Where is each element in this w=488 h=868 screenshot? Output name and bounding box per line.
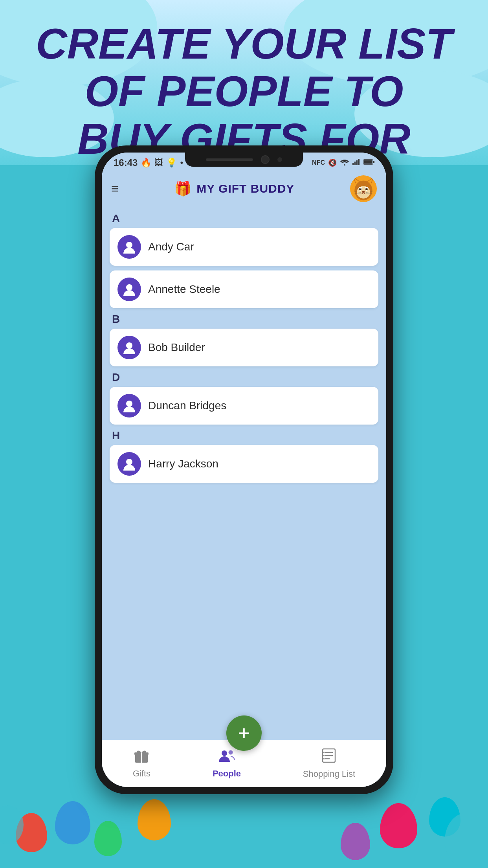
balloon: [94, 821, 122, 856]
people-nav-icon: [218, 748, 235, 766]
person-avatar: [117, 235, 141, 259]
section-letter-d: D: [112, 371, 378, 384]
phone-frame: 16:43 🔥 🖼 💡 • NFC 🔇: [95, 145, 393, 794]
section-letter-h: H: [112, 429, 378, 442]
balloon: [380, 803, 417, 848]
status-time: 16:43: [114, 157, 138, 168]
person-name: Harry Jackson: [148, 458, 218, 470]
svg-point-19: [367, 188, 367, 189]
svg-point-0: [344, 164, 345, 166]
balloon: [0, 805, 24, 844]
shopping-list-nav-label: Shopping List: [303, 769, 355, 779]
person-name: Annette Steele: [148, 283, 220, 296]
people-list: A Andy Car: [102, 204, 386, 740]
svg-point-27: [126, 342, 132, 349]
notch-bar: [206, 158, 253, 161]
status-wifi-icon: [340, 158, 349, 167]
balloon: [16, 813, 47, 852]
svg-point-17: [365, 188, 368, 190]
nav-item-shopping-list[interactable]: Shopping List: [291, 744, 367, 783]
person-card-harry-jackson[interactable]: Harry Jackson: [110, 445, 378, 483]
person-card-bob-builder[interactable]: Bob Builder: [110, 329, 378, 366]
person-name: Andy Car: [148, 241, 194, 253]
svg-rect-3: [356, 160, 358, 165]
person-avatar: [117, 278, 141, 301]
status-right: NFC 🔇: [312, 158, 374, 167]
section-letter-b: B: [112, 313, 378, 326]
phone-screen: 16:43 🔥 🖼 💡 • NFC 🔇: [102, 153, 386, 787]
svg-rect-1: [352, 163, 354, 165]
svg-rect-2: [354, 162, 356, 165]
person-name: Duncan Bridges: [148, 399, 226, 412]
svg-point-18: [360, 188, 361, 189]
status-left: 16:43 🔥 🖼 💡 •: [114, 157, 183, 168]
svg-point-20: [362, 191, 365, 193]
svg-point-28: [126, 401, 132, 407]
notch-sensor: [277, 157, 282, 162]
hero-title: CREATE YOUR LIST OF PEOPLE TO BUY GIFTS …: [8, 20, 480, 162]
svg-point-33: [222, 750, 227, 756]
svg-point-34: [228, 750, 233, 755]
balloon: [429, 797, 460, 837]
nav-item-gifts[interactable]: Gifts: [121, 745, 162, 783]
status-icon-fire: 🔥: [141, 158, 151, 168]
svg-rect-6: [373, 161, 374, 163]
person-card-annette-steele[interactable]: Annette Steele: [110, 270, 378, 308]
app-title: MY GIFT BUDDY: [196, 182, 294, 195]
phone-notch: [185, 153, 303, 167]
status-icon-image: 🖼: [154, 158, 163, 168]
svg-point-16: [359, 188, 361, 190]
gift-icon: 🎁: [174, 180, 192, 197]
add-person-fab-button[interactable]: +: [226, 715, 262, 751]
status-battery-icon: [363, 159, 374, 167]
person-card-duncan-bridges[interactable]: Duncan Bridges: [110, 387, 378, 425]
section-letter-a: A: [112, 212, 378, 225]
app-title-area: 🎁 MY GIFT BUDDY: [174, 180, 294, 197]
status-dot: •: [180, 158, 183, 168]
person-avatar: [117, 336, 141, 359]
svg-point-29: [126, 459, 132, 465]
status-icon-light: 💡: [166, 158, 177, 168]
balloon: [445, 813, 488, 868]
gifts-nav-icon: [134, 748, 149, 766]
balloon: [55, 801, 90, 844]
person-card-andy-car[interactable]: Andy Car: [110, 228, 378, 266]
menu-button[interactable]: ≡: [111, 182, 119, 196]
svg-point-26: [126, 284, 132, 291]
status-signal-icon: [352, 159, 360, 167]
gifts-nav-label: Gifts: [133, 769, 150, 779]
svg-rect-4: [358, 159, 360, 165]
app-header: ≡ 🎁 MY GIFT BUDDY: [102, 173, 386, 204]
balloon: [138, 799, 171, 840]
notch-camera: [261, 155, 270, 164]
person-avatar: [117, 394, 141, 417]
status-mute-icon: 🔇: [328, 158, 337, 167]
person-name: Bob Builder: [148, 341, 205, 354]
phone-frame-wrapper: 16:43 🔥 🖼 💡 • NFC 🔇: [95, 145, 393, 794]
people-nav-label: People: [213, 769, 241, 779]
balloon: [341, 823, 370, 860]
svg-point-25: [126, 242, 132, 248]
mascot-avatar: [350, 175, 377, 202]
person-avatar: [117, 452, 141, 476]
svg-rect-7: [364, 160, 372, 164]
shopping-list-nav-icon: [322, 748, 336, 767]
status-nfc-icon: NFC: [312, 159, 325, 166]
